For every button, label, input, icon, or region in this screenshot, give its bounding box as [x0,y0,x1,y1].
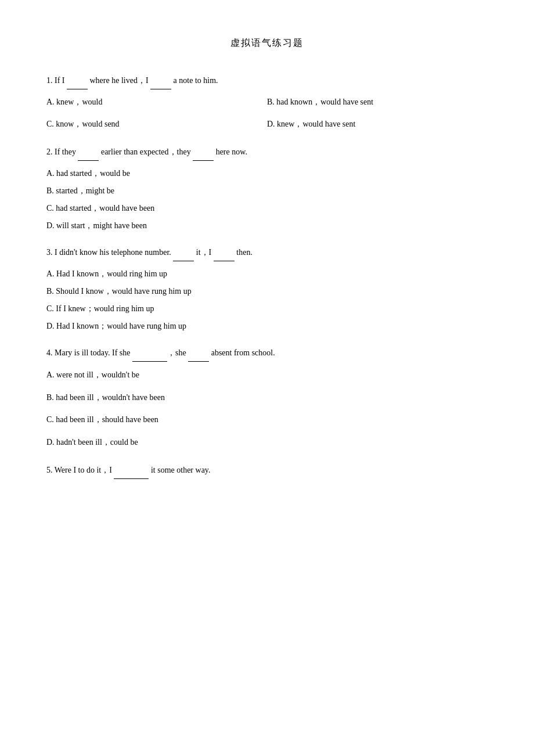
option-3c: C. If I knew；would ring him up [46,301,488,317]
blank [67,73,88,89]
option-2b: B. started，might be [46,183,488,199]
question-4: 4. Mary is ill today. If she ，she absent… [46,345,488,452]
question-1-options: A. knew，would B. had known，would have se… [46,94,488,111]
option-2d: D. will start，might have been [46,218,488,234]
option-1d: D. knew，would have sent [267,116,488,132]
option-4a: A. were not ill，wouldn't be [46,366,488,384]
option-4b: B. had been ill，wouldn't have been [46,389,488,407]
question-4-text: 4. Mary is ill today. If she ，she absent… [46,345,488,362]
question-1: 1. If I where he lived，I a note to him. … [46,73,488,134]
question-5: 5. Were I to do it，I it some other way. [46,462,488,479]
option-3a: A. Had I known，would ring him up [46,266,488,282]
option-3b: B. Should I know，would have rung him up [46,283,488,300]
blank [132,345,167,362]
question-3: 3. I didn't know his telephone number. i… [46,244,488,334]
question-2-text: 2. If they earlier than expected，they he… [46,144,488,161]
option-1c: C. know，would send [46,116,267,132]
questions-container: 1. If I where he lived，I a note to him. … [46,73,488,479]
question-3-text: 3. I didn't know his telephone number. i… [46,244,488,261]
blank [78,144,99,161]
question-1-text: 1. If I where he lived，I a note to him. [46,73,488,89]
blank [173,244,194,261]
question-5-text: 5. Were I to do it，I it some other way. [46,462,488,479]
blank [193,144,214,161]
option-2a: A. had started，would be [46,165,488,182]
option-4d: D. hadn't been ill，could be [46,434,488,452]
option-1a: A. knew，would [46,94,267,110]
page-title: 虚拟语气练习题 [46,35,488,52]
option-1b: B. had known，would have sent [267,94,488,110]
blank [114,462,149,479]
blank [150,73,171,89]
option-3d: D. Had I known；would have rung him up [46,318,488,334]
question-1-options-cd: C. know，would send D. knew，would have se… [46,116,488,134]
option-4c: C. had been ill，should have been [46,411,488,429]
option-2c: C. had started，would have been [46,200,488,217]
blank [214,244,234,261]
question-2: 2. If they earlier than expected，they he… [46,144,488,234]
blank [188,345,209,362]
